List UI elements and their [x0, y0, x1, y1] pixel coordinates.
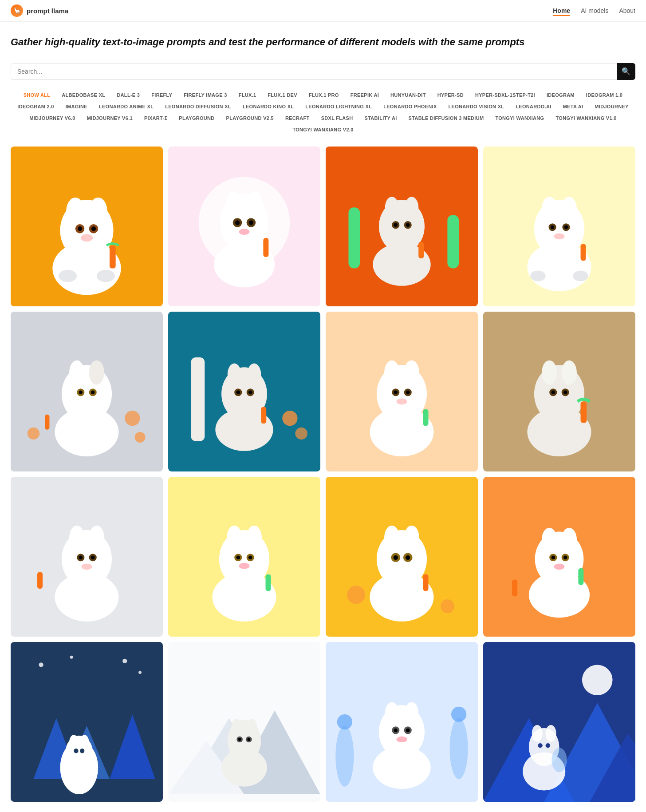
filter-tag-tongyi-wanxiang-v1-0[interactable]: TONGYI WANXIANG V1.0: [551, 114, 621, 123]
image-card-12[interactable]: [483, 477, 635, 637]
svg-point-85: [406, 390, 410, 394]
svg-point-195: [546, 743, 550, 748]
svg-point-194: [538, 743, 542, 748]
filter-tag-stability-ai[interactable]: STABILITY AI: [360, 114, 402, 123]
filter-tag-ideogram-2-0[interactable]: IDEOGRAM 2.0: [13, 102, 58, 111]
filter-tag-meta-ai[interactable]: META AI: [559, 102, 588, 111]
filter-tag-flux-1[interactable]: FLUX.1: [234, 91, 261, 99]
nav-link-ai-models[interactable]: AI models: [581, 7, 608, 14]
svg-rect-97: [581, 401, 587, 423]
filter-tag-tongyi-wanxiang[interactable]: TONGYI WANXIANG: [491, 114, 548, 123]
filter-tag-leonardo-diffusion-xl[interactable]: LEONARDO DIFFUSION XL: [161, 102, 236, 111]
image-card-3[interactable]: [326, 147, 478, 306]
image-card-8[interactable]: [483, 312, 635, 471]
svg-point-140: [551, 555, 555, 559]
svg-point-193: [546, 725, 556, 742]
search-bar: 🔍: [11, 63, 635, 80]
svg-point-124: [384, 526, 399, 550]
navbar: 🦙 prompt llama HomeAI modelsAbout: [0, 0, 646, 22]
svg-point-158: [80, 749, 84, 753]
svg-point-184: [396, 737, 407, 743]
filter-tag-hyper-sdxl-1step-t2i[interactable]: HYPER-SDXL-1STEP-T2I: [471, 91, 540, 99]
filter-tag-leonardo-lightning-xl[interactable]: LEONARDO LIGHTNING XL: [301, 102, 376, 111]
filter-tag-firefly-image-3[interactable]: FIREFLY IMAGE 3: [179, 91, 231, 99]
filter-tag-midjourney-v6-0[interactable]: MIDJOURNEY V6.0: [25, 114, 79, 123]
svg-point-189: [582, 665, 613, 695]
svg-point-173: [450, 718, 468, 779]
nav-link-home[interactable]: Home: [553, 7, 570, 16]
image-card-9[interactable]: [11, 477, 163, 637]
image-grid: [0, 139, 646, 809]
svg-point-111: [219, 530, 269, 588]
filter-tag-imagine[interactable]: IMAGINE: [61, 102, 92, 111]
image-card-5[interactable]: [11, 312, 163, 471]
svg-point-157: [74, 749, 78, 753]
svg-point-136: [542, 528, 557, 551]
svg-point-172: [335, 726, 354, 787]
logo-link[interactable]: 🦙 prompt llama: [11, 4, 68, 17]
svg-rect-60: [45, 414, 49, 429]
filter-tag-stable-diffusion-3-medium[interactable]: STABLE DIFFUSION 3 MEDIUM: [404, 114, 488, 123]
filter-tag-leonardo-phoenix[interactable]: LEONARDO PHOENIX: [379, 102, 441, 111]
svg-rect-37: [418, 242, 424, 258]
svg-point-18: [226, 191, 241, 216]
logo-text: prompt llama: [27, 7, 68, 15]
search-input[interactable]: [11, 63, 635, 80]
svg-point-8: [78, 226, 82, 231]
filter-tag-playground[interactable]: PLAYGROUND: [174, 114, 219, 123]
svg-point-129: [406, 555, 410, 560]
filter-tag-leonardo-anime-xl[interactable]: LEONARDO ANIME XL: [95, 102, 158, 111]
image-card-7[interactable]: [326, 312, 478, 471]
svg-point-72: [236, 390, 240, 394]
image-card-15[interactable]: [326, 642, 478, 802]
filter-tag-leonardo-ai[interactable]: LEONARDO.AI: [511, 102, 555, 111]
image-card-1[interactable]: [11, 147, 163, 306]
filter-tag-firefly[interactable]: FIREFLY: [147, 91, 177, 99]
filter-tag-sdxl-flash[interactable]: SDXL FLASH: [317, 114, 358, 123]
filter-tag-dall-e-3[interactable]: DALL-E 3: [112, 91, 144, 99]
svg-point-55: [89, 360, 104, 384]
image-card-16[interactable]: [483, 642, 635, 802]
svg-point-86: [396, 398, 407, 404]
svg-point-169: [238, 738, 241, 741]
image-card-13[interactable]: [11, 642, 163, 802]
filter-tag-pixart-σ[interactable]: PIXART-Σ: [140, 114, 172, 123]
image-card-14[interactable]: [168, 642, 320, 802]
filter-tag-albedobase-xl[interactable]: ALBEDOBASE XL: [57, 91, 110, 99]
svg-point-69: [247, 363, 261, 384]
search-icon: 🔍: [622, 67, 630, 75]
filter-tag-hyper-sd[interactable]: HYPER-SD: [433, 91, 468, 99]
search-button[interactable]: 🔍: [617, 63, 635, 80]
filter-tag-flux-1-pro[interactable]: FLUX.1 PRO: [304, 91, 343, 99]
image-card-2[interactable]: [168, 147, 320, 306]
svg-point-102: [89, 526, 104, 550]
filter-tag-ideogram[interactable]: IDEOGRAM: [542, 91, 579, 99]
nav-links: HomeAI modelsAbout: [553, 7, 635, 15]
svg-point-132: [441, 599, 454, 613]
filter-tag-ideogram-1-0[interactable]: IDEOGRAM 1.0: [582, 91, 627, 99]
image-card-6[interactable]: [168, 312, 320, 471]
filter-tag-playground-v2-5[interactable]: PLAYGROUND V2.5: [222, 114, 278, 123]
filter-tag-midjourney[interactable]: MIDJOURNEY: [590, 102, 633, 111]
svg-point-32: [405, 197, 418, 218]
filter-tag-leonardo-vision-xl[interactable]: LEONARDO VISION XL: [444, 102, 509, 111]
svg-point-76: [295, 427, 307, 439]
svg-rect-25: [263, 238, 268, 257]
filter-tag-freepik-ai[interactable]: FREEPIK AI: [346, 91, 383, 99]
image-card-4[interactable]: [483, 147, 635, 306]
svg-point-131: [347, 586, 365, 604]
svg-point-96: [563, 390, 567, 394]
filter-tag-show-all[interactable]: SHOW ALL: [19, 91, 55, 99]
svg-point-175: [451, 707, 466, 722]
filter-tag-leonardo-kino-xl[interactable]: LEONARDO KINO XL: [238, 102, 298, 111]
filter-tag-midjourney-v6-1[interactable]: MIDJOURNEY V6.1: [83, 114, 137, 123]
nav-link-about[interactable]: About: [619, 7, 635, 14]
filter-tag-flux-1-dev[interactable]: FLUX.1 DEV: [263, 91, 302, 99]
svg-rect-48: [581, 244, 586, 261]
image-card-10[interactable]: [168, 477, 320, 637]
svg-point-49: [530, 270, 545, 281]
image-card-11[interactable]: [326, 477, 478, 637]
filter-tag-tongyi-wanxiang-v2-0[interactable]: TONGYI WANXIANG V2.0: [288, 125, 358, 134]
filter-tag-hunyuan-dit[interactable]: HUNYUAN-DIT: [386, 91, 430, 99]
filter-tag-recraft[interactable]: RECRAFT: [281, 114, 314, 123]
